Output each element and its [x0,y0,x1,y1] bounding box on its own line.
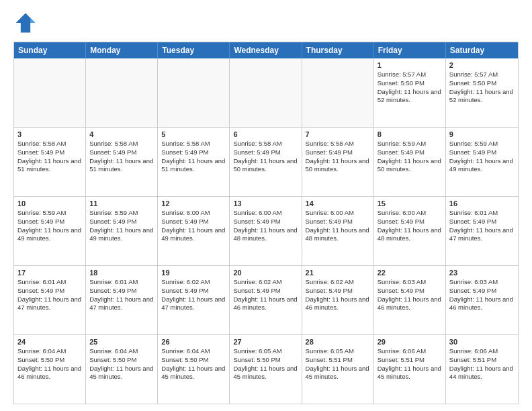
day-info: Sunrise: 6:00 AMSunset: 5:49 PMDaylight:… [378,209,442,243]
day-number: 24 [17,338,82,346]
calendar-cell-day-23: 23Sunrise: 6:03 AMSunset: 5:49 PMDayligh… [446,266,518,334]
header [13,11,519,35]
calendar-cell-day-12: 12Sunrise: 6:00 AMSunset: 5:49 PMDayligh… [158,197,230,265]
calendar-row-1: 1Sunrise: 5:57 AMSunset: 5:50 PMDaylight… [14,58,518,128]
day-info: Sunrise: 6:00 AMSunset: 5:49 PMDaylight:… [306,209,370,243]
day-info: Sunrise: 6:06 AMSunset: 5:51 PMDaylight:… [449,347,515,381]
day-info: Sunrise: 5:57 AMSunset: 5:50 PMDaylight:… [378,71,442,105]
day-info: Sunrise: 6:05 AMSunset: 5:51 PMDaylight:… [306,347,370,381]
logo [13,11,42,35]
day-number: 19 [161,269,226,277]
day-info: Sunrise: 6:04 AMSunset: 5:50 PMDaylight:… [17,347,82,381]
day-number: 20 [233,269,298,277]
day-info: Sunrise: 5:59 AMSunset: 5:49 PMDaylight:… [17,209,82,243]
day-number: 8 [378,130,442,138]
calendar-cell-day-4: 4Sunrise: 5:58 AMSunset: 5:49 PMDaylight… [86,128,158,196]
calendar-cell-day-22: 22Sunrise: 6:03 AMSunset: 5:49 PMDayligh… [374,266,446,334]
day-number: 9 [449,130,515,138]
day-number: 12 [161,199,226,208]
day-number: 2 [449,61,515,69]
day-number: 30 [449,338,515,346]
calendar-cell-empty [86,58,158,127]
calendar-cell-empty [230,58,302,127]
day-info: Sunrise: 6:06 AMSunset: 5:51 PMDaylight:… [378,347,442,381]
calendar-cell-day-15: 15Sunrise: 6:00 AMSunset: 5:49 PMDayligh… [374,197,446,265]
day-info: Sunrise: 6:04 AMSunset: 5:50 PMDaylight:… [161,347,226,381]
day-info: Sunrise: 6:01 AMSunset: 5:49 PMDaylight:… [449,209,515,243]
day-info: Sunrise: 6:00 AMSunset: 5:49 PMDaylight:… [161,209,226,243]
weekday-header-saturday: Saturday [446,42,518,58]
day-info: Sunrise: 5:58 AMSunset: 5:49 PMDaylight:… [89,140,154,174]
calendar: SundayMondayTuesdayWednesdayThursdayFrid… [13,42,519,404]
day-info: Sunrise: 6:01 AMSunset: 5:49 PMDaylight:… [17,278,82,312]
day-info: Sunrise: 6:05 AMSunset: 5:50 PMDaylight:… [233,347,298,381]
calendar-cell-empty [158,58,230,127]
day-number: 29 [378,338,442,346]
calendar-row-3: 10Sunrise: 5:59 AMSunset: 5:49 PMDayligh… [14,197,518,266]
calendar-cell-empty [302,58,374,127]
calendar-cell-day-14: 14Sunrise: 6:00 AMSunset: 5:49 PMDayligh… [302,197,374,265]
svg-marker-1 [30,18,35,23]
calendar-cell-day-20: 20Sunrise: 6:02 AMSunset: 5:49 PMDayligh… [230,266,302,334]
weekday-header-thursday: Thursday [302,42,374,58]
day-number: 5 [161,130,226,138]
calendar-cell-day-24: 24Sunrise: 6:04 AMSunset: 5:50 PMDayligh… [14,335,86,404]
day-number: 22 [378,269,442,277]
calendar-cell-day-5: 5Sunrise: 5:58 AMSunset: 5:49 PMDaylight… [158,128,230,196]
calendar-cell-day-9: 9Sunrise: 5:59 AMSunset: 5:49 PMDaylight… [446,128,518,196]
day-info: Sunrise: 6:01 AMSunset: 5:49 PMDaylight:… [89,278,154,312]
day-number: 15 [378,199,442,208]
calendar-row-2: 3Sunrise: 5:58 AMSunset: 5:49 PMDaylight… [14,128,518,197]
calendar-cell-day-1: 1Sunrise: 5:57 AMSunset: 5:50 PMDaylight… [374,58,446,127]
calendar-cell-day-17: 17Sunrise: 6:01 AMSunset: 5:49 PMDayligh… [14,266,86,334]
calendar-cell-day-29: 29Sunrise: 6:06 AMSunset: 5:51 PMDayligh… [374,335,446,404]
calendar-header: SundayMondayTuesdayWednesdayThursdayFrid… [14,42,518,58]
day-info: Sunrise: 5:58 AMSunset: 5:49 PMDaylight:… [306,140,370,174]
calendar-cell-day-10: 10Sunrise: 5:59 AMSunset: 5:49 PMDayligh… [14,197,86,265]
day-number: 23 [449,269,515,277]
calendar-cell-day-2: 2Sunrise: 5:57 AMSunset: 5:50 PMDaylight… [446,58,518,127]
day-info: Sunrise: 6:02 AMSunset: 5:49 PMDaylight:… [161,278,226,312]
weekday-header-monday: Monday [86,42,158,58]
day-info: Sunrise: 6:00 AMSunset: 5:49 PMDaylight:… [233,209,298,243]
calendar-cell-day-13: 13Sunrise: 6:00 AMSunset: 5:49 PMDayligh… [230,197,302,265]
day-info: Sunrise: 5:57 AMSunset: 5:50 PMDaylight:… [449,71,515,105]
weekday-header-friday: Friday [374,42,446,58]
day-number: 1 [378,61,442,69]
day-info: Sunrise: 6:03 AMSunset: 5:49 PMDaylight:… [378,278,442,312]
logo-icon [13,11,38,35]
calendar-row-4: 17Sunrise: 6:01 AMSunset: 5:49 PMDayligh… [14,266,518,335]
calendar-cell-day-25: 25Sunrise: 6:04 AMSunset: 5:50 PMDayligh… [86,335,158,404]
day-number: 27 [233,338,298,346]
day-number: 13 [233,199,298,208]
day-info: Sunrise: 5:58 AMSunset: 5:49 PMDaylight:… [17,140,82,174]
day-number: 10 [17,199,82,208]
calendar-cell-day-21: 21Sunrise: 6:02 AMSunset: 5:49 PMDayligh… [302,266,374,334]
day-number: 25 [89,338,154,346]
day-info: Sunrise: 5:59 AMSunset: 5:49 PMDaylight:… [449,140,515,174]
weekday-header-sunday: Sunday [14,42,86,58]
calendar-cell-day-8: 8Sunrise: 5:59 AMSunset: 5:49 PMDaylight… [374,128,446,196]
calendar-row-5: 24Sunrise: 6:04 AMSunset: 5:50 PMDayligh… [14,335,518,404]
day-number: 4 [89,130,154,138]
calendar-cell-day-6: 6Sunrise: 5:58 AMSunset: 5:49 PMDaylight… [230,128,302,196]
day-info: Sunrise: 5:59 AMSunset: 5:49 PMDaylight:… [89,209,154,243]
calendar-cell-day-7: 7Sunrise: 5:58 AMSunset: 5:49 PMDaylight… [302,128,374,196]
day-info: Sunrise: 5:58 AMSunset: 5:49 PMDaylight:… [233,140,298,174]
day-info: Sunrise: 5:58 AMSunset: 5:49 PMDaylight:… [161,140,226,174]
calendar-cell-day-30: 30Sunrise: 6:06 AMSunset: 5:51 PMDayligh… [446,335,518,404]
day-number: 6 [233,130,298,138]
weekday-header-wednesday: Wednesday [230,42,302,58]
calendar-cell-day-3: 3Sunrise: 5:58 AMSunset: 5:49 PMDaylight… [14,128,86,196]
calendar-cell-day-28: 28Sunrise: 6:05 AMSunset: 5:51 PMDayligh… [302,335,374,404]
calendar-cell-day-26: 26Sunrise: 6:04 AMSunset: 5:50 PMDayligh… [158,335,230,404]
calendar-cell-empty [14,58,86,127]
day-number: 28 [306,338,370,346]
day-info: Sunrise: 5:59 AMSunset: 5:49 PMDaylight:… [378,140,442,174]
weekday-header-tuesday: Tuesday [158,42,230,58]
calendar-cell-day-19: 19Sunrise: 6:02 AMSunset: 5:49 PMDayligh… [158,266,230,334]
day-number: 21 [306,269,370,277]
day-number: 16 [449,199,515,208]
calendar-cell-day-27: 27Sunrise: 6:05 AMSunset: 5:50 PMDayligh… [230,335,302,404]
calendar-cell-day-16: 16Sunrise: 6:01 AMSunset: 5:49 PMDayligh… [446,197,518,265]
